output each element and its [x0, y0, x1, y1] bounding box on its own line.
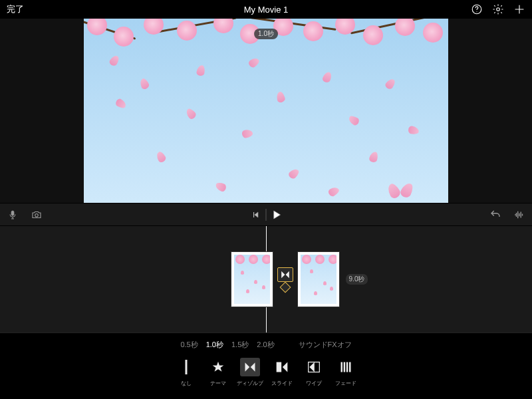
help-icon[interactable]: [471, 3, 483, 15]
skip-to-start-icon[interactable]: [250, 209, 262, 221]
preview-panel: 1.0秒: [0, 19, 532, 203]
transition-slide[interactable]: スライド: [266, 358, 298, 387]
transition-row: なし テーマ ディゾルブ スライド ワイプ フェード: [0, 358, 532, 387]
transition-fade[interactable]: フェード: [330, 358, 362, 387]
svg-point-4: [35, 213, 39, 217]
video-canvas: 1.0秒: [84, 19, 448, 203]
duration-option[interactable]: 2.0秒: [257, 340, 274, 350]
transition-settings-panel: 0.5秒 1.0秒 1.5秒 2.0秒 サウンドFXオフ なし テーマ ディゾル…: [0, 332, 532, 399]
add-icon[interactable]: [513, 3, 525, 15]
transition-dissolve[interactable]: ディゾルブ: [234, 358, 266, 387]
svg-point-2: [497, 8, 500, 11]
duration-option[interactable]: 1.0秒: [206, 340, 223, 350]
diamond-icon: [279, 282, 291, 293]
svg-rect-11: [349, 362, 351, 372]
camera-icon[interactable]: [31, 209, 43, 221]
transition-wipe[interactable]: ワイプ: [298, 358, 330, 387]
microphone-icon[interactable]: [7, 209, 19, 221]
transition-marker[interactable]: [277, 267, 294, 291]
timeline[interactable]: 9.0秒: [0, 226, 532, 332]
undo-icon[interactable]: [489, 209, 501, 221]
svg-rect-3: [11, 211, 14, 215]
duration-option[interactable]: 0.5秒: [180, 340, 198, 350]
tool-row: [0, 203, 532, 226]
sound-fx-toggle[interactable]: サウンドFXオフ: [299, 340, 352, 350]
clip-duration-label: 9.0秒: [346, 274, 368, 285]
svg-point-1: [476, 11, 477, 12]
svg-rect-10: [346, 362, 348, 372]
svg-rect-9: [344, 362, 346, 372]
audio-waveform-icon[interactable]: [513, 209, 525, 221]
duration-options: 0.5秒 1.0秒 1.5秒 2.0秒 サウンドFXオフ: [0, 340, 532, 350]
project-title: My Movie 1: [0, 5, 532, 15]
svg-rect-8: [341, 362, 343, 372]
settings-gear-icon[interactable]: [492, 3, 504, 15]
svg-rect-6: [277, 362, 282, 372]
transition-theme[interactable]: テーマ: [202, 358, 234, 387]
timeline-clip[interactable]: [297, 251, 340, 307]
duration-option[interactable]: 1.5秒: [231, 340, 249, 350]
svg-rect-5: [186, 360, 188, 374]
play-button[interactable]: [271, 209, 283, 221]
header-bar: 完了 My Movie 1: [0, 0, 532, 19]
bowtie-icon: [277, 267, 293, 282]
done-button[interactable]: 完了: [7, 3, 24, 15]
transition-none[interactable]: なし: [170, 358, 202, 387]
timeline-clip[interactable]: [231, 251, 273, 307]
